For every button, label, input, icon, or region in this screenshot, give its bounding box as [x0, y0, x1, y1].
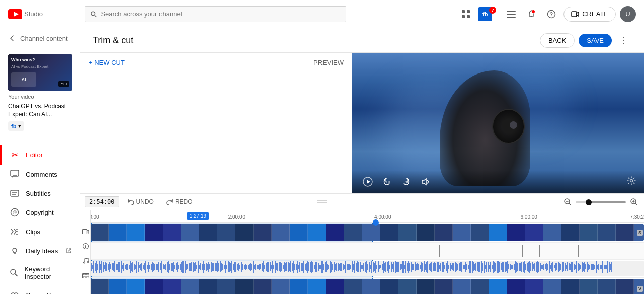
search-input[interactable]: [101, 10, 341, 18]
sidebar-editor-label: Editor: [26, 151, 43, 159]
sidebar: Channel content Who wins? AI vs Podcast …: [0, 28, 80, 294]
redo-button[interactable]: REDO: [162, 196, 197, 207]
page-title: Trim & cut: [93, 35, 532, 46]
beat-marker-4: [539, 245, 540, 257]
sidebar-back-button[interactable]: Channel content: [0, 28, 80, 48]
header-actions: BACK SAVE ⋮: [540, 32, 632, 48]
more-vert-icon: ⋮: [619, 35, 628, 46]
svg-point-27: [11, 269, 16, 274]
drag-handle[interactable]: [317, 200, 327, 203]
undo-button[interactable]: UNDO: [123, 196, 158, 207]
svg-rect-6: [462, 15, 465, 18]
avatar[interactable]: U: [620, 6, 636, 22]
svg-rect-17: [11, 190, 19, 196]
svg-rect-5: [467, 10, 470, 13]
channel-icon-wrap: fb 7: [478, 7, 499, 21]
sidebar-comments-label: Comments: [26, 171, 57, 178]
settings-gear-icon: [627, 176, 636, 185]
svg-rect-45: [82, 230, 87, 234]
create-button[interactable]: CREATE: [564, 7, 616, 22]
list-menu-button[interactable]: [503, 6, 519, 22]
timeline-content[interactable]: 0:00:00 1:27:19 2:00:00 4:00:00 6:00:00 …: [91, 210, 644, 294]
save-button[interactable]: SAVE: [579, 34, 612, 47]
forward-button[interactable]: 10: [398, 174, 414, 189]
your-video-label: Your video: [8, 94, 72, 100]
playhead[interactable]: [376, 223, 376, 294]
svg-point-2: [91, 12, 95, 16]
cut-actions-bar: + NEW CUT PREVIEW: [80, 53, 352, 72]
sidebar-item-competitors[interactable]: Competitors: [0, 285, 80, 294]
sidebar-item-clips[interactable]: Clips: [0, 222, 80, 241]
svg-rect-10: [507, 17, 516, 18]
back-button[interactable]: BACK: [540, 33, 575, 48]
thumb-subtitle: AI vs Podcast Expert: [11, 64, 69, 69]
editor-main: + NEW CUT PREVIEW: [80, 53, 644, 193]
svg-rect-11: [531, 16, 532, 17]
left-panel: + NEW CUT PREVIEW: [80, 53, 352, 193]
sidebar-item-daily-ideas[interactable]: Daily Ideas: [0, 241, 80, 260]
rewind-icon: 10: [382, 177, 392, 187]
svg-line-28: [15, 274, 18, 276]
thumb-title-text: Who wins?: [11, 57, 69, 62]
zoom-slider[interactable]: [576, 201, 626, 203]
sidebar-daily-ideas-label: Daily Ideas: [26, 247, 58, 255]
editor-icon: ✂: [10, 150, 20, 160]
track-s-label: S: [637, 230, 643, 236]
playhead-head: [373, 219, 379, 226]
audio-waveform[interactable]: [91, 261, 644, 276]
filmstrip: [91, 224, 644, 241]
tl-video-icon[interactable]: [80, 227, 91, 239]
top-navigation: Studio fb 7: [0, 0, 644, 28]
video-settings-button[interactable]: [627, 176, 636, 187]
sidebar-item-copyright[interactable]: © Copyright: [0, 203, 80, 222]
sidebar-item-subtitles[interactable]: Subtitles: [0, 184, 80, 203]
notification-button[interactable]: [523, 6, 539, 22]
svg-line-39: [569, 203, 571, 205]
sidebar-keyword-label: Keyword Inspector: [25, 265, 72, 280]
svg-line-42: [635, 203, 637, 205]
grid-icon: [461, 10, 470, 19]
sidebar-item-keyword-inspector[interactable]: Keyword Inspector: [0, 260, 80, 285]
marker-end: 7:30:20: [630, 214, 644, 220]
rewind-button[interactable]: 10: [379, 174, 394, 189]
grid-view-button[interactable]: [458, 6, 474, 22]
beat-marker-1: [354, 245, 355, 257]
sidebar-item-editor[interactable]: ✂ Editor: [0, 145, 80, 165]
youtube-logo-icon: [8, 9, 22, 19]
sidebar-competitors-label: Competitors: [26, 291, 61, 294]
channel-badge-dropdown: ▾: [18, 123, 21, 129]
sidebar-copyright-label: Copyright: [26, 209, 54, 216]
tl-film-icon[interactable]: [80, 271, 91, 283]
video-track-bar[interactable]: S: [91, 224, 644, 241]
copyright-icon: ©: [10, 208, 20, 217]
help-button[interactable]: ?: [543, 6, 559, 22]
video-preview-area: 10 10: [352, 53, 644, 193]
tl-music-icon[interactable]: [80, 256, 91, 268]
new-cut-button[interactable]: + NEW CUT: [89, 59, 125, 66]
more-options-button[interactable]: ⋮: [616, 32, 632, 48]
video-title: ChatGPT vs. Podcast Expert: Can AI...: [8, 103, 72, 118]
tracks-container: S: [91, 223, 644, 294]
svg-text:?: ?: [550, 12, 553, 17]
sidebar-clips-label: Clips: [26, 228, 40, 236]
undo-icon: [127, 198, 134, 205]
channel-badge[interactable]: fb ▾: [8, 121, 24, 131]
keyword-icon: [10, 268, 19, 277]
search-icon: [90, 11, 97, 18]
play-button[interactable]: [360, 174, 375, 189]
sidebar-item-comments[interactable]: Comments: [0, 165, 80, 184]
thumb-badge-ai: AI: [11, 72, 36, 87]
svg-marker-36: [422, 179, 426, 185]
track-v-label: V: [637, 286, 643, 292]
nav-right: fb 7 ?: [458, 6, 636, 22]
volume-icon: [420, 177, 430, 187]
thumb-track-bar[interactable]: [91, 279, 644, 294]
search-bar[interactable]: [85, 6, 346, 22]
tl-info-icon[interactable]: i: [80, 241, 91, 254]
create-label: CREATE: [582, 10, 608, 18]
zoom-out-button[interactable]: [561, 196, 574, 208]
svg-rect-7: [467, 15, 470, 18]
volume-button[interactable]: [418, 174, 433, 189]
studio-label: Studio: [24, 10, 43, 18]
zoom-in-button[interactable]: [628, 196, 640, 208]
